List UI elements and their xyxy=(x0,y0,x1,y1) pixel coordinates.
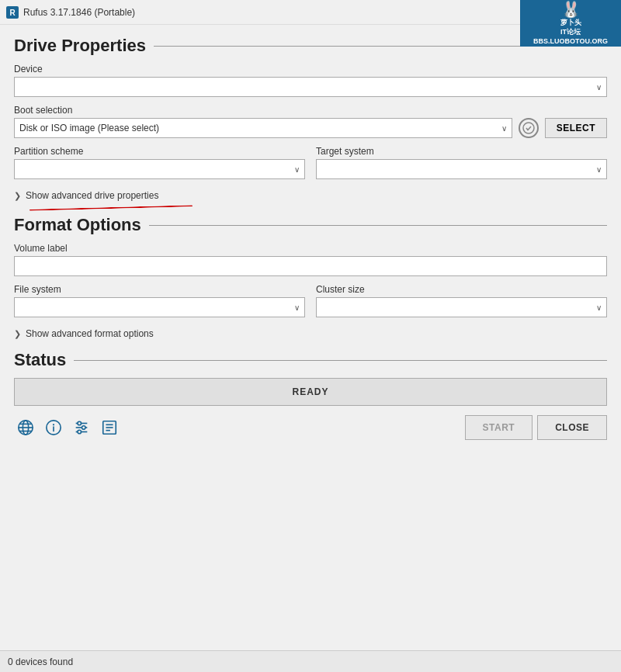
partition-scheme-dropdown[interactable]: ∨ xyxy=(14,159,305,179)
status-header: Status xyxy=(14,350,607,370)
start-button[interactable]: START xyxy=(465,415,533,440)
target-system-arrow: ∨ xyxy=(596,165,602,174)
advanced-format-toggle[interactable]: ❯ Show advanced format options xyxy=(14,325,607,342)
file-system-label: File system xyxy=(14,284,305,295)
device-label: Device xyxy=(14,64,607,74)
log-button[interactable] xyxy=(98,416,121,439)
file-system-group: File system ∨ xyxy=(14,284,305,317)
log-icon xyxy=(101,419,118,436)
check-icon xyxy=(522,122,535,134)
bottom-toolbar: START CLOSE xyxy=(14,415,607,440)
format-options-header: Format Options xyxy=(14,215,607,235)
file-system-dropdown[interactable]: ∨ xyxy=(14,297,305,317)
advanced-drive-toggle[interactable]: ❯ Show advanced drive properties xyxy=(14,187,607,204)
info-icon xyxy=(45,419,62,436)
format-options-title: Format Options xyxy=(14,215,141,235)
svg-point-14 xyxy=(78,421,82,425)
status-ready-text: READY xyxy=(292,386,328,397)
file-system-arrow: ∨ xyxy=(294,303,300,312)
close-button[interactable]: CLOSE xyxy=(537,415,607,440)
watermark-text: 萝卜头 IT论坛 BBS.LUOBOTOU.ORG xyxy=(533,19,608,46)
app-title: Rufus 3.17.1846 (Portable) xyxy=(23,7,543,18)
red-underline-annotation xyxy=(29,205,193,210)
sliders-icon xyxy=(73,419,90,436)
watermark: 🐰 萝卜头 IT论坛 BBS.LUOBOTOU.ORG xyxy=(520,0,621,47)
drive-properties-title: Drive Properties xyxy=(14,36,146,56)
devices-found-text: 0 devices found xyxy=(8,656,73,667)
drive-properties-header: Drive Properties xyxy=(14,36,607,56)
svg-point-16 xyxy=(78,430,82,434)
select-button[interactable]: SELECT xyxy=(545,118,607,138)
advanced-drive-wrap: ❯ Show advanced drive properties xyxy=(14,187,607,204)
cluster-size-label: Cluster size xyxy=(316,284,607,295)
boot-selection-field-group: Boot selection Disk or ISO image (Please… xyxy=(14,105,607,138)
partition-scheme-label: Partition scheme xyxy=(14,146,305,157)
device-dropdown[interactable]: ∨ xyxy=(14,77,607,97)
svg-point-15 xyxy=(82,426,85,430)
info-button[interactable] xyxy=(42,416,65,439)
volume-label-input[interactable] xyxy=(14,256,607,276)
app-icon: R xyxy=(6,6,19,19)
main-window: Drive Properties Device ∨ Boot selection… xyxy=(0,25,621,650)
cluster-size-group: Cluster size ∨ xyxy=(316,284,607,317)
advanced-format-label: Show advanced format options xyxy=(26,328,154,339)
chevron-drive-icon: ❯ xyxy=(14,191,21,201)
device-field-group: Device ∨ xyxy=(14,64,607,97)
status-title: Status xyxy=(14,350,66,370)
watermark-icon: 🐰 xyxy=(561,0,581,19)
filesystem-cluster-row: File system ∨ Cluster size ∨ xyxy=(14,284,607,317)
chevron-format-icon: ❯ xyxy=(14,329,21,339)
partition-target-row: Partition scheme ∨ Target system ∨ xyxy=(14,146,607,179)
globe-icon xyxy=(17,419,34,436)
svg-text:R: R xyxy=(9,9,16,17)
cluster-size-dropdown[interactable]: ∨ xyxy=(316,297,607,317)
device-arrow: ∨ xyxy=(596,83,602,92)
boot-selection-dropdown[interactable]: Disk or ISO image (Please select) ∨ xyxy=(14,118,512,138)
boot-selection-row: Disk or ISO image (Please select) ∨ SELE… xyxy=(14,118,607,138)
status-bar: READY xyxy=(14,378,607,406)
boot-check-circle[interactable] xyxy=(519,118,539,138)
settings-button[interactable] xyxy=(70,416,93,439)
volume-label-label: Volume label xyxy=(14,243,607,254)
target-system-group: Target system ∨ xyxy=(316,146,607,179)
volume-label-group: Volume label xyxy=(14,243,607,276)
boot-selection-value: Disk or ISO image (Please select) xyxy=(19,123,498,133)
partition-scheme-group: Partition scheme ∨ xyxy=(14,146,305,179)
format-options-divider xyxy=(149,225,607,226)
language-button[interactable] xyxy=(14,416,37,439)
advanced-drive-label: Show advanced drive properties xyxy=(26,190,158,201)
partition-scheme-arrow: ∨ xyxy=(294,165,300,174)
bottom-statusbar: 0 devices found xyxy=(0,650,621,672)
target-system-label: Target system xyxy=(316,146,607,157)
status-divider xyxy=(74,360,607,361)
boot-selection-label: Boot selection xyxy=(14,105,607,116)
cluster-size-arrow: ∨ xyxy=(596,303,602,312)
boot-selection-arrow: ∨ xyxy=(501,124,507,133)
target-system-dropdown[interactable]: ∨ xyxy=(316,159,607,179)
svg-point-2 xyxy=(523,123,534,133)
